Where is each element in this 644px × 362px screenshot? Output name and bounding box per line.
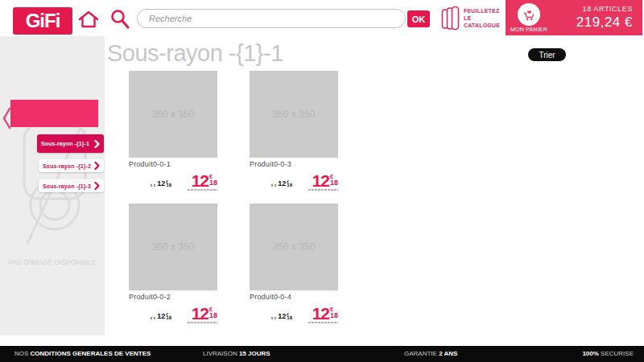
old-price: 12 € 18 (151, 313, 171, 320)
product-card[interactable]: 350 x 350 Produit0-0-4 12 € 18 12 (250, 204, 338, 336)
product-image-placeholder: 350 x 350 (250, 204, 338, 290)
footer-bar: NOS CONDITIONS GENERALES DE VENTES LIVRA… (0, 346, 644, 362)
product-prices: 12 € 18 12 € 18 (129, 174, 217, 191)
product-image-placeholder: 350 x 350 (250, 71, 338, 158)
home-button[interactable] (78, 10, 99, 29)
footer-livraison: LIVRAISON 15 JOURS (203, 346, 270, 362)
gifi-logo-text: GiFi (26, 10, 60, 32)
price-fine-print (308, 189, 338, 191)
sort-button[interactable]: Trier (528, 48, 566, 61)
current-price: 12 € 18 (308, 306, 338, 323)
chevron-right-icon (94, 162, 100, 170)
product-image-placeholder: 350 x 350 (129, 71, 217, 158)
old-price-dots (271, 317, 276, 319)
search-icon[interactable] (109, 7, 131, 30)
current-price: 12 € 18 (188, 306, 217, 323)
home-icon (78, 10, 99, 29)
product-name: Produit0-0-2 (129, 293, 217, 301)
cart-label: MON PANIER (506, 27, 551, 32)
old-price-dots (271, 184, 276, 187)
product-prices: 12 € 18 12 € 18 (250, 174, 338, 191)
cart-summary: 18 ARTICLES 219,24 € (576, 5, 633, 31)
cart-items-count: 18 ARTICLES (576, 5, 633, 13)
footer-securise: 100% SECURISE (582, 346, 634, 362)
sidebar-item-label: Sous-rayon -{1}-1 (41, 141, 94, 146)
cart-icon-circle (518, 3, 540, 26)
footer-garantie: GARANTIE 2 ANS (404, 346, 457, 362)
gifi-logo[interactable]: GiFi (13, 7, 72, 35)
catalogue-label: FEUILLETEZ LE CATALOGUE (464, 6, 500, 31)
page-title: Sous-rayon -{1}-1 (107, 40, 283, 67)
catalogue-button[interactable]: FEUILLETEZ LE CATALOGUE (441, 6, 500, 31)
top-bar: GiFi OK FEUILLETEZ LE CATALOG (0, 0, 644, 36)
sidebar-item-sous-rayon-2[interactable]: Sous-rayon -{1}-2 (39, 159, 104, 172)
price-fine-print (308, 322, 338, 323)
cart-panel[interactable]: MON PANIER 18 ARTICLES 219,24 € (506, 0, 642, 35)
sidebar: Sous-rayon -{1}-1 Sous-rayon -{1}-2 Sous… (0, 36, 105, 335)
price-fine-print (188, 189, 217, 191)
product-card[interactable]: 350 x 350 Produit0-0-1 12 € 18 12 (129, 71, 217, 204)
chevron-right-icon (94, 182, 100, 190)
product-prices: 12 € 18 12 € 18 (129, 306, 217, 323)
old-price: 12 € 18 (151, 180, 171, 187)
gifi-kiosk-screen: GiFi OK FEUILLETEZ LE CATALOG (0, 0, 644, 362)
chevron-right-icon (94, 140, 100, 148)
sidebar-item-sous-rayon-3[interactable]: Sous-rayon -{1}-3 (39, 179, 104, 192)
product-card[interactable]: 350 x 350 Produit0-0-2 12 € 18 12 (129, 204, 217, 336)
sidebar-item-sous-rayon-1[interactable]: Sous-rayon -{1}-1 (37, 134, 104, 153)
no-image-text: PAS D'IMAGE DISPONIBLE (0, 258, 105, 266)
old-price: 12 € 18 (271, 313, 292, 320)
cart-heart-icon (522, 7, 537, 23)
sidebar-item-label: Sous-rayon -{1}-3 (43, 183, 94, 189)
product-prices: 12 € 18 12 € 18 (250, 306, 338, 323)
catalogue-icon (441, 6, 460, 31)
category-banner[interactable] (10, 100, 98, 127)
product-name: Produit0-0-1 (129, 160, 217, 168)
product-name: Produit0-0-3 (250, 160, 338, 168)
sidebar-item-label: Sous-rayon -{1}-2 (43, 163, 94, 169)
old-price-dots (151, 184, 155, 187)
search-ok-button[interactable]: OK (407, 10, 430, 27)
product-card[interactable]: 350 x 350 Produit0-0-3 12 € 18 12 (250, 71, 338, 204)
search-input[interactable] (137, 9, 406, 28)
footer-conditions-link[interactable]: NOS CONDITIONS GENERALES DE VENTES (14, 346, 151, 362)
old-price-dots (151, 317, 155, 319)
current-price: 12 € 18 (188, 174, 217, 191)
product-image-placeholder: 350 x 350 (129, 204, 217, 290)
price-fine-print (188, 322, 217, 323)
product-name: Produit0-0-4 (250, 293, 338, 301)
old-price: 12 € 18 (271, 180, 292, 187)
chevron-left-icon (2, 107, 11, 130)
cart-total: 219,24 € (576, 14, 633, 31)
current-price: 12 € 18 (308, 174, 338, 191)
product-grid: 350 x 350 Produit0-0-1 12 € 18 12 (129, 71, 338, 336)
back-button[interactable] (2, 107, 11, 130)
